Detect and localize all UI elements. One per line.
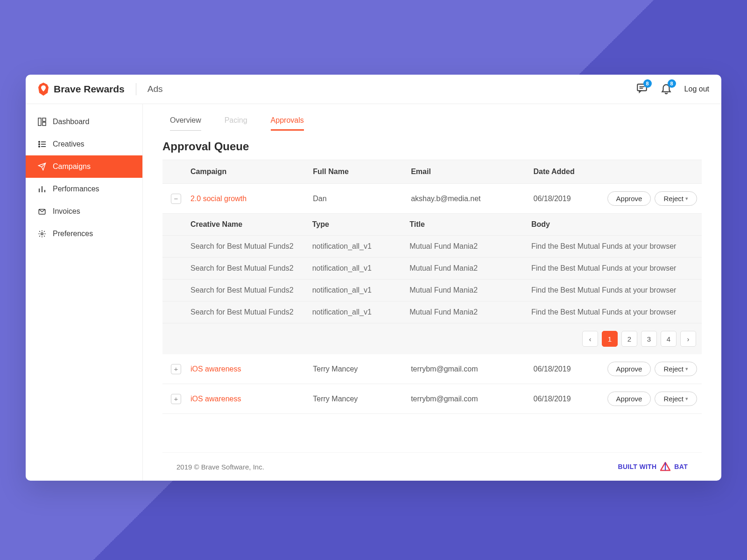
bat-logo-icon bbox=[660, 462, 670, 471]
campaign-link[interactable]: iOS awareness bbox=[190, 365, 313, 373]
sidebar-item-campaigns[interactable]: Campaigns bbox=[26, 155, 142, 178]
copyright-text: 2019 © Brave Software, Inc. bbox=[176, 463, 264, 471]
campaigns-icon bbox=[38, 162, 46, 171]
table-row: − 2.0 social growth Dan akshay.b@media.n… bbox=[162, 184, 702, 214]
nested-row: Search for Best Mutual Funds2notificatio… bbox=[162, 236, 702, 258]
svg-rect-3 bbox=[38, 118, 41, 126]
page-1-button[interactable]: 1 bbox=[602, 331, 618, 347]
col-email: Email bbox=[411, 168, 533, 176]
sidebar-item-preferences[interactable]: Preferences bbox=[26, 223, 142, 245]
table-row: + iOS awareness Terry Mancey terrybm@gma… bbox=[162, 384, 702, 414]
sidebar-item-label: Campaigns bbox=[53, 162, 91, 171]
table-header-row: Campaign Full Name Email Date Added bbox=[162, 160, 702, 184]
nested-row: Search for Best Mutual Funds2notificatio… bbox=[162, 280, 702, 301]
tab-overview[interactable]: Overview bbox=[170, 116, 201, 131]
col-title: Title bbox=[409, 220, 531, 229]
col-type: Type bbox=[312, 220, 410, 229]
notifications-badge: 8 bbox=[668, 79, 676, 88]
nested-row: Search for Best Mutual Funds2notificatio… bbox=[162, 258, 702, 280]
pagination: ‹ 1 2 3 4 › bbox=[162, 323, 702, 354]
reject-button[interactable]: Reject▾ bbox=[655, 392, 697, 406]
table-row: + iOS awareness Terry Mancey terrybm@gma… bbox=[162, 354, 702, 384]
sidebar-item-label: Creatives bbox=[53, 140, 85, 148]
chevron-down-icon: ▾ bbox=[685, 196, 688, 202]
col-date-added: Date Added bbox=[533, 168, 613, 176]
brand-divider bbox=[136, 83, 136, 95]
tab-approvals[interactable]: Approvals bbox=[271, 116, 304, 131]
cell-full-name: Terry Mancey bbox=[313, 395, 411, 403]
dashboard-icon bbox=[38, 118, 46, 126]
svg-point-7 bbox=[39, 144, 40, 145]
nested-creatives: Creative Name Type Title Body Search for… bbox=[162, 214, 702, 354]
built-with-bat: BUILT WITH BAT bbox=[618, 462, 688, 471]
cell-date-added: 06/18/2019 bbox=[533, 365, 613, 373]
approval-table: Campaign Full Name Email Date Added − 2.… bbox=[162, 160, 702, 414]
cell-email: terrybm@gmail.com bbox=[411, 395, 533, 403]
col-campaign: Campaign bbox=[190, 168, 313, 176]
tabs: Overview Pacing Approvals bbox=[162, 116, 702, 131]
approve-button[interactable]: Approve bbox=[607, 191, 651, 206]
cell-email: terrybm@gmail.com bbox=[411, 365, 533, 373]
cell-date-added: 06/18/2019 bbox=[533, 195, 613, 203]
header-actions: 8 8 Log out bbox=[636, 82, 709, 96]
tab-pacing[interactable]: Pacing bbox=[225, 116, 247, 131]
app-window: Brave Rewards Ads 8 8 Log out Dashboard bbox=[26, 75, 721, 481]
cell-full-name: Dan bbox=[313, 195, 411, 203]
approve-button[interactable]: Approve bbox=[607, 362, 651, 376]
cell-date-added: 06/18/2019 bbox=[533, 395, 613, 403]
brave-logo-icon bbox=[38, 83, 49, 96]
notifications-button[interactable]: 8 bbox=[660, 82, 672, 96]
sidebar: Dashboard Creatives Campaigns Performanc… bbox=[26, 104, 143, 481]
logout-link[interactable]: Log out bbox=[684, 85, 709, 93]
brand: Brave Rewards Ads bbox=[38, 83, 163, 96]
collapse-button[interactable]: − bbox=[171, 194, 181, 204]
sidebar-item-label: Performances bbox=[53, 185, 99, 193]
page-4-button[interactable]: 4 bbox=[661, 331, 677, 347]
page-next-button[interactable]: › bbox=[680, 331, 696, 347]
approve-button[interactable]: Approve bbox=[607, 392, 651, 406]
messages-badge: 8 bbox=[643, 79, 652, 88]
page-3-button[interactable]: 3 bbox=[641, 331, 657, 347]
performances-icon bbox=[38, 185, 46, 193]
footer: 2019 © Brave Software, Inc. BUILT WITH B… bbox=[162, 452, 702, 481]
sidebar-item-label: Preferences bbox=[53, 230, 93, 238]
cell-full-name: Terry Mancey bbox=[313, 365, 411, 373]
svg-point-6 bbox=[39, 141, 40, 142]
expand-button[interactable]: + bbox=[171, 364, 181, 374]
svg-rect-5 bbox=[42, 122, 46, 126]
expand-button[interactable]: + bbox=[171, 394, 181, 404]
brand-title: Brave Rewards bbox=[54, 84, 125, 95]
col-creative-name: Creative Name bbox=[190, 220, 312, 229]
gear-icon bbox=[38, 230, 46, 238]
sidebar-item-dashboard[interactable]: Dashboard bbox=[26, 111, 142, 133]
campaign-link[interactable]: 2.0 social growth bbox=[190, 195, 313, 203]
page-2-button[interactable]: 2 bbox=[621, 331, 637, 347]
creatives-icon bbox=[38, 140, 46, 148]
sidebar-item-label: Invoices bbox=[53, 207, 80, 216]
brand-subtitle: Ads bbox=[148, 84, 163, 94]
sidebar-item-invoices[interactable]: Invoices bbox=[26, 200, 142, 223]
header-bar: Brave Rewards Ads 8 8 Log out bbox=[26, 75, 721, 104]
svg-rect-4 bbox=[42, 118, 46, 121]
sidebar-item-creatives[interactable]: Creatives bbox=[26, 133, 142, 155]
invoices-icon bbox=[38, 207, 46, 216]
nested-header-row: Creative Name Type Title Body bbox=[162, 214, 702, 236]
campaign-link[interactable]: iOS awareness bbox=[190, 395, 313, 403]
reject-button[interactable]: Reject▾ bbox=[655, 191, 697, 206]
chevron-down-icon: ▾ bbox=[685, 366, 688, 372]
page-prev-button[interactable]: ‹ bbox=[582, 331, 598, 347]
page-title: Approval Queue bbox=[162, 140, 702, 153]
messages-button[interactable]: 8 bbox=[636, 82, 648, 96]
sidebar-item-performances[interactable]: Performances bbox=[26, 178, 142, 200]
svg-point-8 bbox=[39, 146, 40, 147]
col-full-name: Full Name bbox=[313, 168, 411, 176]
col-body: Body bbox=[531, 220, 702, 229]
chevron-down-icon: ▾ bbox=[685, 396, 688, 402]
cell-email: akshay.b@media.net bbox=[411, 195, 533, 203]
reject-button[interactable]: Reject▾ bbox=[655, 362, 697, 376]
main-content: Overview Pacing Approvals Approval Queue… bbox=[143, 104, 721, 481]
nested-row: Search for Best Mutual Funds2notificatio… bbox=[162, 301, 702, 323]
svg-point-16 bbox=[41, 233, 43, 235]
sidebar-item-label: Dashboard bbox=[53, 118, 89, 126]
